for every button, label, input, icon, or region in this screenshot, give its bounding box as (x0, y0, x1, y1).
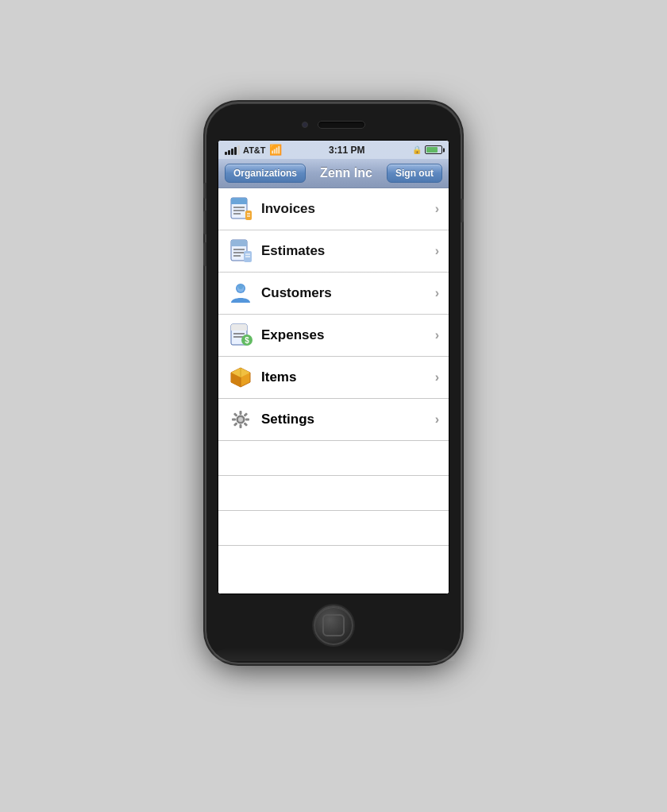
svg-rect-2 (231, 203, 247, 204)
expenses-icon: $ (228, 323, 253, 348)
invoices-chevron: › (435, 202, 439, 216)
estimates-label: Estimates (261, 243, 435, 259)
volume-up-button[interactable] (203, 211, 206, 234)
screen: AT&T 📶 3:11 PM 🔒 Organizations Zenn Inc … (218, 140, 449, 594)
carrier-label: AT&T (243, 145, 266, 155)
svg-text:$: $ (245, 336, 249, 345)
svg-rect-38 (245, 419, 249, 421)
customers-menu-item[interactable]: Customers › (218, 273, 449, 315)
svg-rect-42 (243, 422, 248, 427)
empty-row-4 (218, 546, 449, 594)
sign-out-button[interactable]: Sign out (387, 164, 442, 183)
phone: AT&T 📶 3:11 PM 🔒 Organizations Zenn Inc … (206, 103, 461, 663)
time-display: 3:11 PM (329, 145, 364, 156)
svg-rect-11 (231, 245, 247, 246)
invoices-label: Invoices (261, 201, 435, 217)
svg-rect-41 (233, 422, 238, 427)
invoices-icon (228, 196, 253, 222)
signal-bar-1 (225, 152, 227, 155)
menu-list: Invoices › (218, 188, 449, 594)
wifi-icon: 📶 (269, 144, 282, 156)
svg-rect-36 (240, 424, 242, 428)
mute-button[interactable] (203, 183, 206, 199)
empty-row-2 (218, 476, 449, 511)
organizations-back-button[interactable]: Organizations (225, 164, 306, 183)
items-chevron: › (435, 370, 439, 385)
svg-rect-39 (233, 412, 238, 417)
svg-point-34 (238, 417, 243, 422)
battery-fill (426, 147, 438, 153)
settings-icon (228, 407, 253, 432)
settings-label: Settings (261, 412, 435, 427)
svg-rect-40 (243, 412, 248, 417)
estimates-menu-item[interactable]: Estimates › (218, 230, 449, 273)
nav-title: Zenn Inc (320, 166, 372, 180)
svg-rect-37 (232, 419, 236, 421)
items-label: Items (261, 369, 435, 385)
power-button[interactable] (461, 199, 464, 222)
navigation-bar: Organizations Zenn Inc Sign out (218, 159, 449, 188)
signal-bar-3 (231, 149, 233, 155)
phone-reflection (213, 647, 454, 661)
customers-chevron: › (435, 286, 439, 300)
customers-label: Customers (261, 285, 435, 301)
volume-down-button[interactable] (203, 242, 206, 266)
items-icon (228, 365, 253, 390)
status-right: 🔒 (412, 145, 442, 154)
estimates-chevron: › (435, 244, 439, 258)
items-menu-item[interactable]: Items › (218, 357, 449, 399)
empty-row-3 (218, 511, 449, 546)
home-button[interactable] (314, 605, 353, 645)
customers-icon (228, 280, 253, 306)
home-button-inner (322, 614, 345, 636)
invoices-menu-item[interactable]: Invoices › (218, 188, 449, 230)
signal-bar-5 (237, 145, 240, 155)
status-left: AT&T 📶 (225, 144, 282, 156)
signal-bars (225, 145, 240, 155)
speaker (318, 121, 365, 129)
expenses-label: Expenses (261, 327, 435, 343)
phone-top (218, 118, 449, 132)
signal-bar-2 (228, 150, 230, 155)
estimates-icon (228, 238, 253, 264)
lock-icon: 🔒 (412, 145, 422, 154)
svg-rect-35 (240, 411, 242, 415)
battery-indicator (425, 145, 442, 154)
svg-rect-6 (245, 211, 252, 220)
settings-chevron: › (435, 412, 439, 427)
camera (302, 122, 308, 128)
expenses-menu-item[interactable]: $ Expenses › (218, 315, 449, 357)
phone-bottom (218, 605, 449, 645)
status-bar: AT&T 📶 3:11 PM 🔒 (218, 141, 449, 159)
svg-point-20 (238, 284, 243, 289)
scene: AT&T 📶 3:11 PM 🔒 Organizations Zenn Inc … (206, 103, 461, 709)
expenses-chevron: › (435, 328, 439, 342)
settings-menu-item[interactable]: Settings › (218, 399, 449, 441)
empty-row-1 (218, 441, 449, 476)
signal-bar-4 (234, 147, 237, 155)
svg-rect-23 (231, 329, 247, 331)
